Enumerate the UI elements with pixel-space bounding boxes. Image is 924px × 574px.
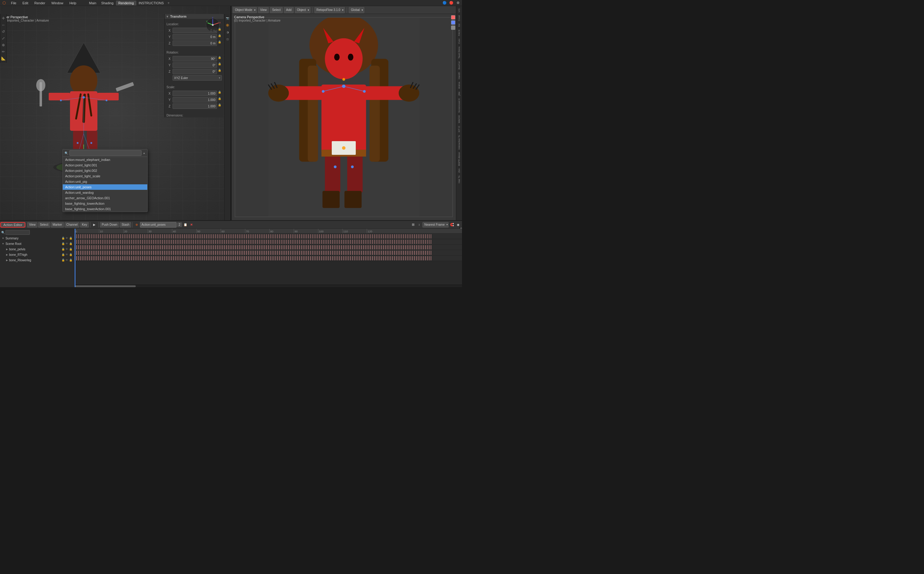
menu-window[interactable]: Window: [50, 1, 65, 5]
vtab-machi[interactable]: MACHI: [457, 114, 461, 125]
loc-z-input[interactable]: [172, 41, 217, 46]
vtab-hair[interactable]: Hair To: [457, 174, 461, 184]
euler-dropdown[interactable]: XYZ Euler ▾: [172, 75, 222, 80]
cam-addon-btn[interactable]: RetopoFlow 3.1.0: [314, 7, 345, 13]
normalize-icon[interactable]: ↕: [416, 222, 422, 227]
summary-expand[interactable]: ▼: [2, 237, 4, 240]
btm-stash-btn[interactable]: Stash: [120, 222, 131, 227]
vtab-jme[interactable]: jMe: [457, 90, 461, 97]
menu-file[interactable]: File: [9, 1, 18, 5]
rotate-tool[interactable]: ↺: [0, 28, 6, 35]
loc-y-input[interactable]: [172, 34, 217, 39]
bone-rlowerleg-expand[interactable]: ▶: [6, 259, 8, 262]
cam-view-btn[interactable]: View: [258, 7, 269, 13]
vtab-zen[interactable]: Zen: [457, 167, 461, 174]
rot-x-input[interactable]: [172, 56, 217, 62]
action-num-badge[interactable]: 2: [177, 222, 182, 227]
snap-icon-btm[interactable]: 🧲: [449, 222, 455, 227]
rot-z-lock[interactable]: 🔒: [217, 69, 222, 74]
bone-pelvis-expand[interactable]: ▶: [6, 248, 8, 251]
vtab-anima[interactable]: Anima: [457, 80, 461, 90]
scale-y-lock[interactable]: 🔒: [217, 97, 222, 102]
dropdown-item-3[interactable]: Action:point_light_scale: [63, 173, 147, 179]
overlay-icon[interactable]: ◑: [224, 29, 231, 35]
cam-object-mode-dropdown[interactable]: Object Mode: [233, 7, 257, 13]
action-unlink-icon[interactable]: ✖: [189, 222, 194, 227]
dropdown-item-8[interactable]: base_fighting_towerAction: [63, 201, 147, 206]
cam-global-btn[interactable]: Global: [349, 7, 364, 13]
dropdown-item-1[interactable]: Action:point_light.001: [63, 162, 147, 168]
scale-x-lock[interactable]: 🔒: [217, 91, 222, 96]
rot-z-input[interactable]: [172, 69, 217, 74]
cam-object-btn[interactable]: Object: [295, 7, 310, 13]
vtab-kito[interactable]: KIT O: [457, 125, 461, 134]
scale-y-input[interactable]: [172, 97, 217, 102]
rot-y-lock[interactable]: 🔒: [217, 62, 222, 68]
scale-x-input[interactable]: [172, 91, 217, 96]
vtab-interactive[interactable]: Interactive To: [457, 134, 461, 151]
measure-tool[interactable]: 📐: [0, 55, 6, 62]
dropdown-search-input[interactable]: [69, 150, 142, 156]
dropdown-item-5[interactable]: Action:unit_poses: [63, 184, 147, 190]
menu-render[interactable]: Render: [33, 1, 47, 5]
bone-rthigh-expand[interactable]: ▶: [6, 253, 8, 256]
rot-y-input[interactable]: [172, 62, 217, 68]
timeline-hscrollbar[interactable]: [74, 285, 462, 287]
dropdown-item-6[interactable]: Action:unit_wardog: [63, 190, 147, 195]
loc-z-lock[interactable]: 🔒: [217, 41, 222, 46]
action-name-input[interactable]: [140, 222, 177, 227]
prop-edit-icon[interactable]: ◉: [455, 222, 461, 227]
scale-tool[interactable]: ⤢: [0, 35, 6, 41]
dropdown-sort-arrow[interactable]: ▲: [143, 151, 145, 155]
vtab-tavel[interactable]: Tavel Dens: [457, 45, 461, 60]
scale-z-lock[interactable]: 🔒: [217, 103, 222, 109]
timeline-hscrollbar-thumb[interactable]: [75, 285, 136, 287]
vtab-vis[interactable]: VIS: [457, 7, 461, 14]
shading-icon[interactable]: 🔆: [224, 22, 231, 28]
dropdown-item-7[interactable]: archer_arrow_GEOAction.001: [63, 195, 147, 201]
loc-y-lock[interactable]: 🔒: [217, 34, 222, 39]
annotate-tool[interactable]: ✏: [0, 49, 6, 55]
dropdown-item-2[interactable]: Action:point_light.002: [63, 168, 147, 173]
camera-viewport[interactable]: Object Mode View Select Add Object Retop…: [231, 6, 462, 220]
color-picker-1[interactable]: [451, 15, 455, 19]
btm-marker-btn[interactable]: Marker: [51, 222, 64, 227]
btm-push-down-btn[interactable]: Push Down: [100, 222, 119, 227]
color-picker-2[interactable]: [451, 20, 455, 25]
vtab-hardd[interactable]: HardD: [457, 71, 461, 80]
btm-play-icon[interactable]: ▶: [92, 222, 97, 227]
vtab-ed[interactable]: Ed: [457, 22, 461, 28]
tab-rendering[interactable]: Rendering: [116, 1, 136, 5]
nearest-frame-btn[interactable]: Nearest Frame: [422, 222, 449, 227]
scene-root-expand[interactable]: ▼: [2, 243, 4, 245]
btm-select-btn[interactable]: Select: [38, 222, 50, 227]
action-editor-label[interactable]: Action Editor: [1, 222, 24, 227]
add-tab-button[interactable]: +: [166, 1, 171, 5]
action-copy-icon[interactable]: 📋: [183, 222, 188, 227]
tab-instructions[interactable]: INSTRUCTIONS: [136, 1, 166, 5]
menu-edit[interactable]: Edit: [21, 1, 30, 5]
btm-key-btn[interactable]: Key: [80, 222, 89, 227]
vtab-curv[interactable]: Curv: [457, 38, 461, 45]
scale-z-input[interactable]: [172, 103, 217, 109]
tab-shading[interactable]: Shading: [99, 1, 116, 5]
cam-select-btn[interactable]: Select: [270, 7, 283, 13]
tab-main[interactable]: Main: [87, 1, 99, 5]
rot-x-lock[interactable]: 🔒: [217, 56, 222, 62]
vtab-boxcut[interactable]: BoxCut: [457, 60, 461, 71]
dropdown-item-9[interactable]: base_fighting_towerAction.001: [63, 206, 147, 212]
dropdown-item-0[interactable]: Action:mount_elephant_indian: [63, 157, 147, 162]
vtab-creat[interactable]: Creat: [457, 14, 461, 22]
vtab-face[interactable]: FACE: [457, 28, 461, 37]
color-picker-3[interactable]: [451, 25, 455, 30]
cam-add-btn[interactable]: Add: [284, 7, 294, 13]
btm-view-btn[interactable]: View: [27, 222, 38, 227]
btm-channel-btn[interactable]: Channel: [65, 222, 79, 227]
dropdown-item-4[interactable]: Action:unit_pig: [63, 179, 147, 184]
vtab-bnpr[interactable]: BNPR Abnor: [457, 151, 461, 167]
xray-icon[interactable]: ⊡: [224, 36, 231, 42]
cursor-tool[interactable]: ✛: [0, 15, 6, 21]
vtab-screencast[interactable]: Screencast K: [457, 97, 461, 114]
timeline-keyframes-panel[interactable]: 0 10 20 30 40 50 60 70 80 90 100 110 120: [74, 229, 462, 287]
filter-icon[interactable]: ⊞: [410, 222, 416, 227]
